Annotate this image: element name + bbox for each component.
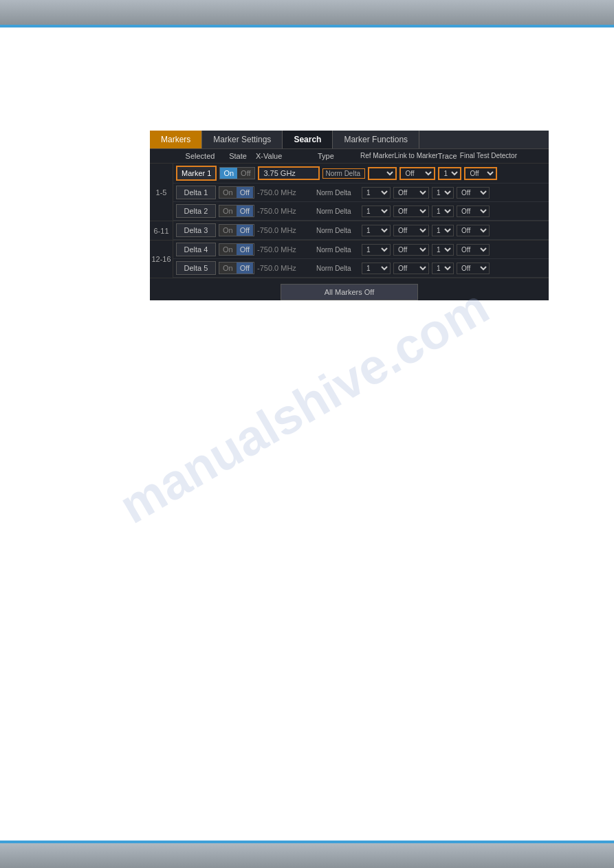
trace-select-marker1[interactable]: 123 [438,167,461,180]
final-test-select-delta1[interactable]: OffOn [457,187,490,199]
tab-marker-functions[interactable]: Marker Functions [333,131,419,148]
table-row: Delta 4OnOff-750.0 MHzNorm Delta1123Off1… [173,241,549,259]
xvalue-text-delta4: -750.0 MHz [257,245,314,254]
toggle-on-marker1[interactable]: On [220,168,237,179]
ref-marker-select-marker1[interactable]: 123 [368,167,397,180]
group-label: 1-5 [150,164,173,221]
header-type: Type [318,152,360,160]
ref-marker-select-delta2[interactable]: 1123 [362,205,391,217]
ref-marker-select-delta3[interactable]: 1123 [362,225,391,236]
table-row: Delta 1OnOff-750.0 MHzNorm Delta1123Off1… [173,183,549,202]
trace-select-delta2[interactable]: 123 [432,205,454,217]
final-test-select-delta2[interactable]: OffOn [457,205,490,217]
tab-search[interactable]: Search [283,131,333,148]
link-marker-select-marker1[interactable]: Off123 [399,167,435,180]
top-bar [0,0,614,25]
final-test-select-marker1[interactable]: OffOn [464,167,497,180]
table-row: Delta 3OnOff-750.0 MHzNorm Delta1123Off1… [173,221,549,240]
type-cell-delta2: Norm Delta [316,208,359,215]
toggle-off-delta3[interactable]: Off [237,225,253,236]
header-state: State [220,152,256,160]
trace-select-delta3[interactable]: 123 [432,225,454,236]
ref-marker-select-delta4[interactable]: 1123 [362,244,391,256]
toggle-group-delta2: OnOff [219,205,254,217]
bottom-bar [0,843,614,868]
final-test-select-delta4[interactable]: OffOn [457,244,490,256]
marker-button-delta2[interactable]: Delta 2 [176,204,216,218]
all-markers-off-button[interactable]: All Markers Off [281,284,418,300]
group-rows: Marker 1OnOffNorm Delta123Off123123OffOn… [173,164,549,221]
group-label: 6-11 [150,221,173,240]
link-marker-select-delta4[interactable]: Off123 [393,244,429,256]
type-cell-marker1: Norm Delta [322,168,365,179]
toggle-group-delta1: OnOff [219,186,254,199]
header-final: Final Test Detector [460,152,517,160]
group-rows: Delta 4OnOff-750.0 MHzNorm Delta1123Off1… [173,241,549,278]
toggle-off-delta2[interactable]: Off [237,205,253,216]
xvalue-text-delta5: -750.0 MHz [257,264,314,272]
xvalue-text-delta1: -750.0 MHz [257,188,314,197]
table-header: Selected State X-Value Type Ref Marker L… [150,149,549,164]
tab-marker-settings[interactable]: Marker Settings [202,131,283,148]
type-cell-delta4: Norm Delta [316,246,359,254]
link-marker-select-delta2[interactable]: Off123 [393,205,429,217]
header-link: Link to Marker [394,152,437,160]
header-trace: Trace [438,152,460,160]
group-rows: Delta 3OnOff-750.0 MHzNorm Delta1123Off1… [173,221,549,240]
toggle-on-delta2[interactable]: On [219,205,237,216]
toggle-on-delta5[interactable]: On [219,263,237,274]
xvalue-text-delta3: -750.0 MHz [257,226,314,234]
toggle-group-marker1: OnOff [219,167,255,179]
marker-button-marker1[interactable]: Marker 1 [176,166,217,181]
toggle-on-delta4[interactable]: On [219,244,237,255]
row-group-12-16: 12-16Delta 4OnOff-750.0 MHzNorm Delta112… [150,241,549,278]
header-ref: Ref Marker [360,152,394,160]
groups-container: 1-5Marker 1OnOffNorm Delta123Off123123Of… [150,164,549,278]
trace-select-delta5[interactable]: 123 [432,263,454,274]
table-area: Selected State X-Value Type Ref Marker L… [150,149,549,300]
toggle-group-delta5: OnOff [219,262,254,274]
marker-button-delta4[interactable]: Delta 4 [176,243,216,256]
toggle-group-delta4: OnOff [219,243,254,256]
toggle-off-delta5[interactable]: Off [237,263,253,274]
toggle-group-delta3: OnOff [219,224,254,236]
header-xvalue: X-Value [256,152,318,160]
trace-select-delta4[interactable]: 123 [432,244,454,256]
toggle-off-marker1[interactable]: Off [237,168,254,179]
toggle-on-delta1[interactable]: On [219,187,237,198]
type-cell-delta3: Norm Delta [316,227,359,234]
marker-button-delta5[interactable]: Delta 5 [176,261,216,275]
table-row: Marker 1OnOffNorm Delta123Off123123OffOn [173,164,549,183]
bottom-bar-accent [0,841,614,843]
type-cell-delta1: Norm Delta [316,189,359,197]
table-row: Delta 5OnOff-750.0 MHzNorm Delta1123Off1… [173,259,549,278]
type-cell-delta5: Norm Delta [316,265,359,272]
trace-select-delta1[interactable]: 123 [432,187,454,199]
toggle-off-delta4[interactable]: Off [237,244,253,255]
main-panel: MarkersMarker SettingsSearchMarker Funct… [150,131,549,306]
top-bar-accent [0,25,614,27]
link-marker-select-delta3[interactable]: Off123 [393,225,429,236]
ref-marker-select-delta5[interactable]: 1123 [362,263,391,274]
header-selected: Selected [180,152,220,160]
toggle-on-delta3[interactable]: On [219,225,237,236]
marker-button-delta1[interactable]: Delta 1 [176,186,216,199]
row-group-6-11: 6-11Delta 3OnOff-750.0 MHzNorm Delta1123… [150,221,549,241]
link-marker-select-delta5[interactable]: Off123 [393,263,429,274]
watermark: manualshive.com [110,278,498,534]
tab-markers[interactable]: Markers [150,131,202,148]
xvalue-text-delta2: -750.0 MHz [257,207,314,215]
tab-bar: MarkersMarker SettingsSearchMarker Funct… [150,131,549,149]
marker-button-delta3[interactable]: Delta 3 [176,223,216,237]
ref-marker-select-delta1[interactable]: 1123 [362,187,391,199]
final-test-select-delta5[interactable]: OffOn [457,263,490,274]
table-row: Delta 2OnOff-750.0 MHzNorm Delta1123Off1… [173,202,549,221]
xvalue-input-marker1[interactable] [258,166,320,180]
link-marker-select-delta1[interactable]: Off123 [393,187,429,199]
toggle-off-delta1[interactable]: Off [237,187,253,198]
row-group-1-5: 1-5Marker 1OnOffNorm Delta123Off123123Of… [150,164,549,221]
group-label: 12-16 [150,241,173,278]
final-test-select-delta3[interactable]: OffOn [457,225,490,236]
